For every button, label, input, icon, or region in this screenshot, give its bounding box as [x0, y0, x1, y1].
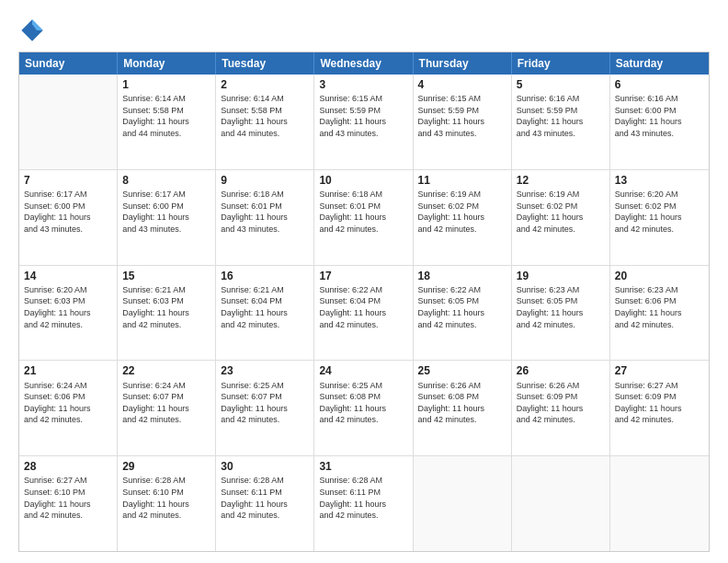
cell-info: Sunrise: 6:21 AM Sunset: 6:04 PM Dayligh…	[221, 284, 309, 330]
calendar-cell: 2Sunrise: 6:14 AM Sunset: 5:58 PM Daylig…	[216, 75, 314, 169]
cell-info: Sunrise: 6:16 AM Sunset: 6:00 PM Dayligh…	[615, 93, 704, 139]
calendar-cell: 20Sunrise: 6:23 AM Sunset: 6:06 PM Dayli…	[610, 266, 709, 361]
calendar-cell: 24Sunrise: 6:25 AM Sunset: 6:08 PM Dayli…	[314, 361, 413, 455]
calendar-row: 1Sunrise: 6:14 AM Sunset: 5:58 PM Daylig…	[19, 75, 709, 169]
cell-info: Sunrise: 6:17 AM Sunset: 6:00 PM Dayligh…	[122, 189, 210, 235]
cell-info: Sunrise: 6:23 AM Sunset: 6:06 PM Dayligh…	[615, 284, 704, 330]
day-number: 23	[221, 363, 309, 378]
day-number: 15	[122, 269, 210, 283]
day-number: 5	[517, 77, 605, 92]
calendar-header-cell: Monday	[118, 52, 216, 75]
cell-info: Sunrise: 6:20 AM Sunset: 6:03 PM Dayligh…	[24, 284, 112, 330]
cell-info: Sunrise: 6:22 AM Sunset: 6:05 PM Dayligh…	[418, 284, 506, 330]
calendar-cell: 25Sunrise: 6:26 AM Sunset: 6:08 PM Dayli…	[414, 361, 512, 455]
day-number: 17	[319, 269, 407, 283]
cell-info: Sunrise: 6:26 AM Sunset: 6:09 PM Dayligh…	[517, 380, 605, 426]
day-number: 1	[122, 77, 210, 92]
day-number: 6	[615, 77, 704, 92]
cell-info: Sunrise: 6:25 AM Sunset: 6:08 PM Dayligh…	[319, 380, 407, 426]
day-number: 11	[418, 173, 506, 188]
calendar-header-cell: Sunday	[19, 52, 118, 75]
calendar-cell: 15Sunrise: 6:21 AM Sunset: 6:03 PM Dayli…	[118, 266, 216, 361]
calendar-cell: 27Sunrise: 6:27 AM Sunset: 6:09 PM Dayli…	[610, 361, 709, 455]
calendar-cell: 17Sunrise: 6:22 AM Sunset: 6:04 PM Dayli…	[314, 266, 413, 361]
calendar-cell: 1Sunrise: 6:14 AM Sunset: 5:58 PM Daylig…	[118, 75, 216, 169]
day-number: 4	[418, 77, 506, 92]
calendar-cell: 11Sunrise: 6:19 AM Sunset: 6:02 PM Dayli…	[414, 170, 512, 265]
cell-info: Sunrise: 6:16 AM Sunset: 5:59 PM Dayligh…	[517, 93, 605, 139]
calendar-header-cell: Saturday	[610, 52, 709, 75]
calendar-row: 28Sunrise: 6:27 AM Sunset: 6:10 PM Dayli…	[19, 455, 709, 551]
logo	[18, 17, 50, 44]
cell-info: Sunrise: 6:28 AM Sunset: 6:11 PM Dayligh…	[221, 475, 309, 521]
calendar-cell: 12Sunrise: 6:19 AM Sunset: 6:02 PM Dayli…	[512, 170, 610, 265]
calendar-row: 7Sunrise: 6:17 AM Sunset: 6:00 PM Daylig…	[19, 169, 709, 265]
calendar-header-cell: Thursday	[414, 52, 512, 75]
cell-info: Sunrise: 6:14 AM Sunset: 5:58 PM Dayligh…	[122, 93, 210, 139]
calendar-cell	[414, 456, 512, 551]
calendar-cell: 5Sunrise: 6:16 AM Sunset: 5:59 PM Daylig…	[512, 75, 610, 169]
calendar-cell: 22Sunrise: 6:24 AM Sunset: 6:07 PM Dayli…	[118, 361, 216, 455]
cell-info: Sunrise: 6:15 AM Sunset: 5:59 PM Dayligh…	[418, 93, 506, 139]
cell-info: Sunrise: 6:24 AM Sunset: 6:07 PM Dayligh…	[122, 380, 210, 426]
day-number: 30	[221, 459, 309, 474]
calendar-cell: 19Sunrise: 6:23 AM Sunset: 6:05 PM Dayli…	[512, 266, 610, 361]
day-number: 9	[221, 173, 309, 188]
cell-info: Sunrise: 6:14 AM Sunset: 5:58 PM Dayligh…	[221, 93, 309, 139]
cell-info: Sunrise: 6:26 AM Sunset: 6:08 PM Dayligh…	[418, 380, 506, 426]
cell-info: Sunrise: 6:27 AM Sunset: 6:09 PM Dayligh…	[615, 380, 704, 426]
day-number: 19	[517, 269, 605, 283]
day-number: 20	[615, 269, 704, 283]
day-number: 29	[122, 459, 210, 474]
day-number: 26	[517, 363, 605, 378]
cell-info: Sunrise: 6:28 AM Sunset: 6:10 PM Dayligh…	[122, 475, 210, 521]
cell-info: Sunrise: 6:27 AM Sunset: 6:10 PM Dayligh…	[24, 475, 112, 521]
calendar-cell: 3Sunrise: 6:15 AM Sunset: 5:59 PM Daylig…	[314, 75, 413, 169]
cell-info: Sunrise: 6:23 AM Sunset: 6:05 PM Dayligh…	[517, 284, 605, 330]
calendar-cell: 18Sunrise: 6:22 AM Sunset: 6:05 PM Dayli…	[414, 266, 512, 361]
day-number: 28	[24, 459, 112, 474]
calendar-cell: 23Sunrise: 6:25 AM Sunset: 6:07 PM Dayli…	[216, 361, 314, 455]
day-number: 25	[418, 363, 506, 378]
calendar-cell: 14Sunrise: 6:20 AM Sunset: 6:03 PM Dayli…	[19, 266, 118, 361]
day-number: 16	[221, 269, 309, 283]
day-number: 31	[319, 459, 407, 474]
cell-info: Sunrise: 6:24 AM Sunset: 6:06 PM Dayligh…	[24, 380, 112, 426]
logo-icon	[18, 17, 46, 44]
day-number: 24	[319, 363, 407, 378]
calendar-cell	[610, 456, 709, 551]
cell-info: Sunrise: 6:28 AM Sunset: 6:11 PM Dayligh…	[319, 475, 407, 521]
day-number: 2	[221, 77, 309, 92]
calendar-header-cell: Wednesday	[314, 52, 413, 75]
day-number: 14	[24, 269, 112, 283]
cell-info: Sunrise: 6:19 AM Sunset: 6:02 PM Dayligh…	[517, 189, 605, 235]
cell-info: Sunrise: 6:19 AM Sunset: 6:02 PM Dayligh…	[418, 189, 506, 235]
calendar-row: 14Sunrise: 6:20 AM Sunset: 6:03 PM Dayli…	[19, 265, 709, 361]
cell-info: Sunrise: 6:15 AM Sunset: 5:59 PM Dayligh…	[319, 93, 407, 139]
calendar-cell	[19, 75, 118, 169]
day-number: 22	[122, 363, 210, 378]
calendar-cell: 9Sunrise: 6:18 AM Sunset: 6:01 PM Daylig…	[216, 170, 314, 265]
cell-info: Sunrise: 6:22 AM Sunset: 6:04 PM Dayligh…	[319, 284, 407, 330]
day-number: 13	[615, 173, 704, 188]
calendar-body: 1Sunrise: 6:14 AM Sunset: 5:58 PM Daylig…	[19, 75, 709, 551]
calendar-cell: 4Sunrise: 6:15 AM Sunset: 5:59 PM Daylig…	[414, 75, 512, 169]
day-number: 10	[319, 173, 407, 188]
calendar-cell: 21Sunrise: 6:24 AM Sunset: 6:06 PM Dayli…	[19, 361, 118, 455]
calendar-cell	[512, 456, 610, 551]
calendar-header-cell: Friday	[512, 52, 610, 75]
calendar-cell: 16Sunrise: 6:21 AM Sunset: 6:04 PM Dayli…	[216, 266, 314, 361]
cell-info: Sunrise: 6:18 AM Sunset: 6:01 PM Dayligh…	[221, 189, 309, 235]
page: SundayMondayTuesdayWednesdayThursdayFrid…	[0, 0, 728, 563]
calendar-header-cell: Tuesday	[216, 52, 314, 75]
calendar-row: 21Sunrise: 6:24 AM Sunset: 6:06 PM Dayli…	[19, 360, 709, 455]
calendar-cell: 6Sunrise: 6:16 AM Sunset: 6:00 PM Daylig…	[610, 75, 709, 169]
cell-info: Sunrise: 6:25 AM Sunset: 6:07 PM Dayligh…	[221, 380, 309, 426]
calendar-cell: 8Sunrise: 6:17 AM Sunset: 6:00 PM Daylig…	[118, 170, 216, 265]
calendar-cell: 30Sunrise: 6:28 AM Sunset: 6:11 PM Dayli…	[216, 456, 314, 551]
cell-info: Sunrise: 6:17 AM Sunset: 6:00 PM Dayligh…	[24, 189, 112, 235]
calendar-cell: 29Sunrise: 6:28 AM Sunset: 6:10 PM Dayli…	[118, 456, 216, 551]
calendar-cell: 10Sunrise: 6:18 AM Sunset: 6:01 PM Dayli…	[314, 170, 413, 265]
cell-info: Sunrise: 6:18 AM Sunset: 6:01 PM Dayligh…	[319, 189, 407, 235]
cell-info: Sunrise: 6:20 AM Sunset: 6:02 PM Dayligh…	[615, 189, 704, 235]
